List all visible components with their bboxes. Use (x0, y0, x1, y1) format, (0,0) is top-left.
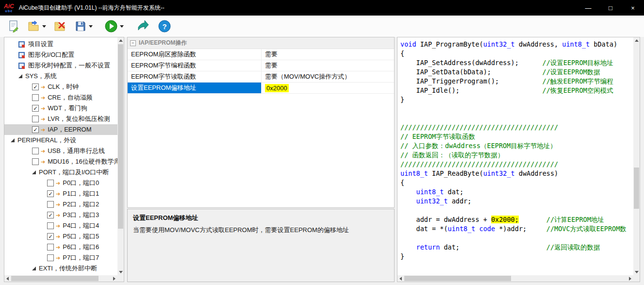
code-line: { (400, 49, 633, 58)
property-value[interactable]: 需要 (262, 60, 394, 71)
checkbox-checked[interactable]: ✓ (32, 84, 39, 90)
new-project-button[interactable] (5, 17, 22, 35)
generate-run-button[interactable] (102, 17, 126, 35)
checkbox-unchecked[interactable] (47, 254, 54, 261)
tree-item[interactable]: ➔P4口，端口4 (4, 220, 117, 231)
tree-item[interactable]: ➔P6口，端口6 (4, 242, 117, 252)
tree-item[interactable]: ➔P0口，端口0 (4, 178, 117, 188)
open-dropdown-caret-icon[interactable] (42, 25, 46, 28)
property-row[interactable]: EEPROM字节编程函数需要 (128, 60, 394, 71)
tree-item[interactable]: ✓➔P5口，端口5 (4, 231, 117, 242)
checkbox-checked[interactable]: ✓ (47, 233, 54, 240)
checkbox-unchecked[interactable] (47, 244, 54, 251)
tree-item[interactable]: ✓➔P1口，端口1 (4, 188, 117, 199)
checkbox-checked[interactable]: ✓ (32, 126, 39, 133)
code-vscroll-thumb[interactable] (634, 168, 639, 209)
tree-item[interactable]: ➔MDU16，16位硬件数学库 (4, 156, 117, 167)
tree-hscroll-thumb[interactable] (11, 276, 99, 281)
tree-item[interactable]: ✓➔CLK，时钟 (4, 82, 117, 92)
code-horizontal-scrollbar[interactable] (397, 275, 633, 282)
property-row[interactable]: 设置EEPROM偏移地址0x2000 (128, 83, 394, 94)
code-vertical-scrollbar[interactable] (633, 37, 640, 275)
scroll-left-icon[interactable] (6, 277, 9, 281)
tree-item[interactable]: ➔P2口，端口2 (4, 199, 117, 210)
property-value[interactable]: 需要 (262, 49, 394, 60)
help-button[interactable]: ? (155, 17, 174, 35)
tree-horizontal-scrollbar[interactable] (4, 275, 117, 282)
checkbox-checked[interactable]: ✓ (47, 190, 54, 197)
scroll-left-icon[interactable] (399, 277, 402, 281)
highlighted-value[interactable]: 0x2000 (265, 84, 289, 92)
property-value[interactable]: 0x2000 (262, 83, 394, 93)
code-editor[interactable]: void IAP_ProgramByte(uint32_t dwAddress,… (397, 37, 633, 275)
run-dropdown-caret-icon[interactable] (120, 25, 124, 28)
checkbox-checked[interactable]: ✓ (47, 212, 54, 218)
property-name[interactable]: EEPROM字节编程函数 (128, 60, 262, 71)
export-code-button[interactable] (134, 17, 152, 35)
property-name[interactable]: 设置EEPROM偏移地址 (128, 83, 262, 93)
property-row[interactable]: EEPROM字节读取函数需要（MOV/MOVC操作方式） (128, 71, 394, 83)
minimize-button[interactable]: — (577, 0, 599, 16)
code-line: } (400, 95, 633, 104)
open-folder-icon (28, 20, 40, 33)
checkbox-checked[interactable]: ✓ (32, 105, 39, 112)
tree-item[interactable]: ✓➔WDT，看门狗 (4, 103, 117, 114)
tree-item[interactable]: ➔USB，通用串行总线 (4, 146, 117, 156)
tree-item[interactable]: ➔P7口，端口7 (4, 252, 117, 263)
scrollbar-corner (633, 275, 640, 282)
checkbox-unchecked[interactable] (47, 201, 54, 208)
code-line: IAP_TriggerProgram(); //触发EEPROM字节编程 (400, 77, 633, 86)
expand-arrow-icon[interactable] (11, 138, 15, 142)
checkbox-unchecked[interactable] (32, 148, 39, 154)
tree-item-label: PERIPHERAL，外设 (17, 136, 76, 145)
checkbox-unchecked[interactable] (32, 94, 39, 101)
tree-item[interactable]: ➔LVR，复位和低压检测 (4, 114, 117, 124)
checkbox-unchecked[interactable] (47, 180, 54, 186)
scroll-up-icon[interactable] (635, 39, 639, 42)
expand-arrow-icon[interactable] (32, 170, 36, 174)
tree-item[interactable]: EXTI，传统外部中断 (4, 263, 117, 274)
scroll-down-icon[interactable] (119, 271, 123, 273)
scroll-down-icon[interactable] (635, 271, 639, 273)
tree-item-label: IAP，EEPROM (48, 125, 91, 134)
code-line: return dat; //返回读取的数据 (400, 243, 633, 252)
property-group-header[interactable]: − IAP/EEPROM操作 (128, 37, 394, 49)
expand-arrow-icon[interactable] (32, 267, 36, 270)
property-name[interactable]: EEPROM字节读取函数 (128, 71, 262, 82)
code-line: uint8_t IAP_ReadByte(uint32_t dwAddress) (400, 169, 633, 178)
save-floppy-icon (74, 20, 87, 33)
tree-item[interactable]: 项目设置 (4, 39, 117, 50)
maximize-button[interactable]: □ (599, 0, 622, 16)
save-dropdown-caret-icon[interactable] (89, 25, 93, 28)
property-value[interactable]: 需要（MOV/MOVC操作方式） (262, 71, 394, 82)
tree-item[interactable]: ➔CRE，自动溢频 (4, 92, 117, 103)
code-line: //////////////////////////////////////// (400, 160, 633, 169)
tree-vertical-scrollbar[interactable] (117, 37, 124, 275)
tree-item[interactable]: PORT，端口及I/O口中断 (4, 167, 117, 178)
checkbox-unchecked[interactable] (32, 116, 39, 122)
module-arrow-icon: ➔ (56, 223, 60, 229)
collapse-icon[interactable]: − (130, 40, 136, 46)
tree-item[interactable]: PERIPHERAL，外设 (4, 135, 117, 146)
checkbox-unchecked[interactable] (47, 222, 54, 229)
module-arrow-icon: ➔ (41, 127, 45, 133)
tree-item[interactable]: 图形化I/O口配置 (4, 50, 117, 60)
tree-item[interactable]: 图形化时钟配置，一般不设置 (4, 60, 117, 71)
scroll-right-icon[interactable] (113, 277, 116, 281)
tree-vscroll-thumb[interactable] (118, 44, 123, 229)
save-button[interactable] (72, 17, 95, 35)
close-project-button[interactable] (51, 17, 69, 35)
expand-arrow-icon[interactable] (18, 74, 22, 78)
scroll-right-icon[interactable] (629, 277, 631, 281)
tree-item[interactable]: SYS，系统 (4, 71, 117, 82)
close-button[interactable]: × (622, 0, 644, 16)
property-name[interactable]: EEPROM扇区擦除函数 (128, 49, 262, 60)
tree-item[interactable]: ✓➔P3口，端口3 (4, 210, 117, 220)
checkbox-unchecked[interactable] (32, 158, 39, 165)
code-hscroll-thumb[interactable] (404, 276, 511, 281)
tree-item-label: P3口，端口3 (63, 211, 99, 219)
open-project-button[interactable] (25, 17, 49, 35)
tree-item[interactable]: ✓➔IAP，EEPROM (4, 124, 117, 135)
property-row[interactable]: EEPROM扇区擦除函数需要 (128, 49, 394, 60)
scroll-up-icon[interactable] (119, 39, 123, 42)
